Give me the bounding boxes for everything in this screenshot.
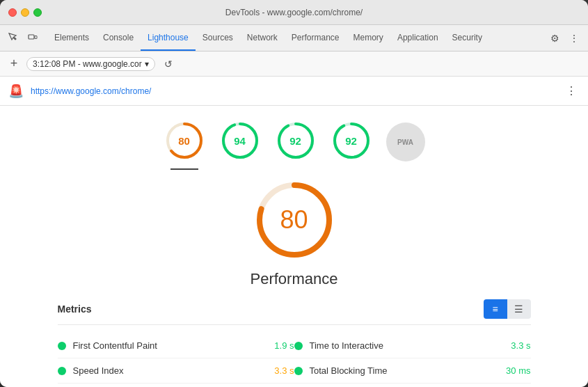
tab-sources[interactable]: Sources <box>196 25 240 51</box>
close-button[interactable] <box>8 8 17 17</box>
metrics-title: Metrics <box>58 303 92 315</box>
window-title: DevTools - www.google.com/chrome/ <box>225 8 363 17</box>
score-value-accessibility: 94 <box>234 135 246 147</box>
metric-name-si: Speed Index <box>73 365 268 376</box>
performance-title: Performance <box>251 270 338 288</box>
big-score-wrap: 80 <box>253 178 336 262</box>
main-content: 80 94 <box>0 106 588 387</box>
score-value-performance: 80 <box>178 135 190 147</box>
title-bar: DevTools - www.google.com/chrome/ <box>0 0 588 25</box>
pwa-label: PWA <box>397 139 413 146</box>
tab-memory[interactable]: Memory <box>347 25 390 51</box>
metric-indicator-tbt <box>294 367 303 375</box>
url-input-wrap[interactable]: 3:12:08 PM - www.google.cor ▾ <box>26 57 155 71</box>
metrics-grid: First Contentful Paint 1.9 s Time to Int… <box>58 333 531 387</box>
svg-rect-1 <box>35 36 37 39</box>
metric-row-si: Speed Index 3.3 s <box>58 358 294 384</box>
metric-row-tti: Time to Interactive 3.3 s <box>294 333 531 358</box>
tab-application[interactable]: Application <box>390 25 445 51</box>
metric-indicator-si <box>58 367 66 375</box>
score-circle-wrap-performance: 80 <box>164 120 205 161</box>
tab-performance[interactable]: Performance <box>285 25 347 51</box>
browser-window: DevTools - www.google.com/chrome/ Elemen… <box>0 0 588 387</box>
metrics-section: Metrics ≡ ☰ First Contentful Paint 1.9 s <box>30 299 559 387</box>
lighthouse-more-button[interactable]: ⋮ <box>563 81 580 100</box>
tab-security[interactable]: Security <box>445 25 489 51</box>
metric-row-tbt: Total Blocking Time 30 ms <box>294 358 531 384</box>
metric-value-tti: 3.3 s <box>511 340 530 351</box>
metric-row-lcp: Largest Contentful Paint 4.8 s <box>58 384 294 387</box>
tab-console[interactable]: Console <box>96 25 141 51</box>
metric-row-cls: Cumulative Layout Shift 0 <box>294 384 531 387</box>
metrics-grid-view-button[interactable]: ≡ <box>484 299 507 319</box>
device-toggle-button[interactable] <box>25 30 40 45</box>
score-circle-wrap-accessibility: 94 <box>219 120 261 161</box>
add-tab-button[interactable]: + <box>7 57 21 71</box>
metric-indicator-fcp <box>58 342 66 350</box>
url-bar: + 3:12:08 PM - www.google.cor ▾ ↺ <box>0 52 588 77</box>
inspect-button[interactable] <box>6 30 21 45</box>
reload-button[interactable]: ↺ <box>161 56 176 72</box>
metric-row-fcp: First Contentful Paint 1.9 s <box>58 333 294 358</box>
score-item-seo[interactable]: 92 <box>331 120 372 161</box>
tab-lighthouse[interactable]: Lighthouse <box>141 25 196 51</box>
svg-rect-0 <box>29 35 34 39</box>
scores-row: 80 94 <box>164 106 425 161</box>
tab-network[interactable]: Network <box>240 25 285 51</box>
big-score-value: 80 <box>280 205 308 235</box>
metric-indicator-tti <box>294 342 303 350</box>
chevron-down-icon: ▾ <box>145 59 149 69</box>
score-item-best-practices[interactable]: 92 <box>275 120 317 161</box>
tab-list: Elements Console Lighthouse Sources Netw… <box>47 25 546 51</box>
maximize-button[interactable] <box>33 8 42 17</box>
minimize-button[interactable] <box>21 8 29 17</box>
score-circle-wrap-seo: 92 <box>331 120 372 161</box>
score-item-performance[interactable]: 80 <box>164 120 205 161</box>
more-button[interactable]: ⋮ <box>566 30 582 47</box>
score-value-seo: 92 <box>345 135 357 147</box>
pwa-circle: PWA <box>386 123 425 161</box>
score-item-accessibility[interactable]: 94 <box>219 120 261 161</box>
score-circle-wrap-best-practices: 92 <box>275 120 317 161</box>
tab-controls <box>6 30 40 51</box>
devtools-tab-bar: Elements Console Lighthouse Sources Netw… <box>0 25 588 52</box>
metric-value-tbt: 30 ms <box>506 365 530 376</box>
lighthouse-panel-header: 🚨 https://www.google.com/chrome/ ⋮ <box>0 77 588 106</box>
metrics-header: Metrics ≡ ☰ <box>58 299 531 325</box>
metrics-list-view-button[interactable]: ☰ <box>507 299 531 319</box>
metric-value-fcp: 1.9 s <box>274 340 294 351</box>
metric-name-fcp: First Contentful Paint <box>73 340 268 351</box>
tab-actions: ⚙ ⋮ <box>546 30 582 51</box>
performance-score-section: 80 Performance Metrics ≡ ☰ First Content… <box>0 161 588 387</box>
lighthouse-icon: 🚨 <box>8 84 24 99</box>
metric-value-si: 3.3 s <box>274 365 294 376</box>
tab-elements[interactable]: Elements <box>47 25 96 51</box>
url-value: 3:12:08 PM - www.google.cor <box>33 59 142 69</box>
score-value-best-practices: 92 <box>289 135 301 147</box>
settings-button[interactable]: ⚙ <box>546 30 563 47</box>
metrics-view-buttons: ≡ ☰ <box>484 299 531 319</box>
traffic-lights <box>8 8 42 17</box>
score-item-pwa[interactable]: PWA <box>386 123 425 161</box>
metric-name-tti: Time to Interactive <box>310 340 504 351</box>
lighthouse-url: https://www.google.com/chrome/ <box>31 86 556 96</box>
metric-name-tbt: Total Blocking Time <box>310 365 500 376</box>
